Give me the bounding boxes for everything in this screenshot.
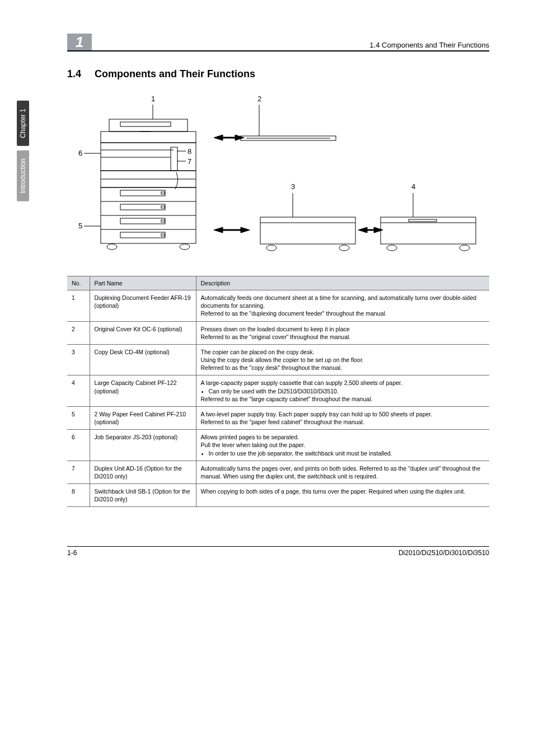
- svg-rect-19: [161, 192, 165, 194]
- svg-point-30: [107, 244, 117, 250]
- cell-no: 7: [67, 461, 90, 483]
- footer-page-number: 1-6: [67, 549, 77, 557]
- svg-marker-46: [214, 227, 223, 233]
- svg-point-37: [339, 245, 349, 251]
- svg-rect-12: [101, 143, 196, 171]
- cell-part: Original Cover Kit OC-6 (optional): [90, 321, 196, 344]
- svg-rect-9: [120, 122, 171, 126]
- cell-desc-bullet: Can only be used with the Di2510/Di3010/…: [209, 387, 485, 395]
- cell-desc: A two-level paper supply tray. Each pape…: [196, 406, 489, 429]
- cell-no: 4: [67, 375, 90, 407]
- diagram-callout-4: 4: [411, 182, 415, 191]
- section-number: 1.4: [67, 68, 81, 80]
- cell-no: 2: [67, 321, 90, 344]
- svg-marker-49: [358, 227, 367, 233]
- svg-rect-18: [120, 190, 165, 196]
- diagram-callout-8: 8: [188, 147, 191, 156]
- svg-rect-23: [161, 206, 165, 208]
- table-header-no: No.: [67, 276, 90, 290]
- cell-part: Copy Desk CD-4M (optional): [90, 344, 196, 375]
- svg-rect-40: [409, 219, 437, 222]
- diagram-callout-6: 6: [78, 149, 82, 157]
- cell-no: 5: [67, 406, 90, 429]
- diagram-callout-1: 1: [151, 95, 155, 103]
- table-row: 6 Job Separator JS-203 (optional) Allows…: [67, 430, 489, 461]
- cell-desc: When copying to both sides of a page, th…: [196, 484, 489, 507]
- svg-marker-43: [214, 135, 223, 140]
- cell-desc-pre: A large-capacity paper supply cassette t…: [201, 379, 402, 386]
- cell-desc-post: Referred to as the "large capacity cabin…: [201, 396, 373, 402]
- cell-part: Duplexing Document Feeder AFR-19 (option…: [90, 290, 196, 322]
- cell-part: Switchback Unit SB-1 (Option for the Di2…: [90, 484, 196, 507]
- svg-rect-25: [120, 218, 165, 224]
- cell-desc: Allows printed pages to be separated.Pul…: [196, 430, 489, 461]
- table-header-part: Part Name: [90, 276, 196, 290]
- cell-part: 2 Way Paper Feed Cabinet PF-210 (optiona…: [90, 406, 196, 429]
- cell-desc: The copier can be placed on the copy des…: [196, 344, 489, 375]
- svg-rect-11: [101, 132, 196, 143]
- table-row: 5 2 Way Paper Feed Cabinet PF-210 (optio…: [67, 406, 489, 429]
- cell-desc: Automatically turns the pages over, and …: [196, 461, 489, 483]
- page-footer: 1-6 Di2010/Di2510/Di3010/Di3510: [67, 546, 489, 557]
- sidebar-tabs: Chapter 1 Introduction: [17, 101, 29, 201]
- cell-no: 8: [67, 484, 90, 507]
- svg-rect-28: [120, 232, 165, 238]
- table-header-desc: Description: [196, 276, 489, 290]
- svg-rect-15: [171, 147, 177, 171]
- running-header-title: 1.4 Components and Their Functions: [369, 41, 489, 49]
- diagram-svg: 1 2 3 4 5 6 7 8: [67, 91, 493, 265]
- section-title: Components and Their Functions: [95, 68, 255, 80]
- diagram-callout-5: 5: [78, 222, 82, 230]
- sidebar-tab-chapter: Chapter 1: [17, 101, 29, 146]
- cell-no: 6: [67, 430, 90, 461]
- svg-rect-29: [161, 234, 165, 236]
- svg-rect-8: [109, 119, 188, 132]
- table-row: 4 Large Capacity Cabinet PF-122 (optiona…: [67, 375, 489, 407]
- svg-point-41: [387, 245, 397, 251]
- cell-desc: Presses down on the loaded document to k…: [196, 321, 489, 344]
- diagram-callout-2: 2: [257, 95, 261, 103]
- svg-rect-34: [260, 217, 355, 244]
- svg-point-36: [266, 245, 277, 251]
- cell-desc: Automatically feeds one document sheet a…: [196, 290, 489, 322]
- cell-desc-bullet: In order to use the job separator, the s…: [209, 449, 485, 457]
- components-table: No. Part Name Description 1 Duplexing Do…: [67, 276, 489, 507]
- cell-desc-pre: Allows printed pages to be separated.Pul…: [201, 434, 306, 448]
- cell-no: 1: [67, 290, 90, 322]
- cell-desc: A large-capacity paper supply cassette t…: [196, 375, 489, 407]
- svg-point-31: [180, 244, 190, 250]
- footer-models: Di2010/Di2510/Di3010/Di3510: [399, 549, 489, 557]
- cell-part: Large Capacity Cabinet PF-122 (optional): [90, 375, 196, 407]
- table-row: 1 Duplexing Document Feeder AFR-19 (opti…: [67, 290, 489, 322]
- svg-rect-38: [381, 217, 476, 244]
- components-diagram: 1 2 3 4 5 6 7 8: [67, 91, 489, 265]
- svg-point-42: [460, 245, 470, 251]
- chapter-number-badge: 1: [67, 34, 92, 50]
- svg-marker-48: [241, 227, 250, 233]
- svg-rect-22: [120, 204, 165, 210]
- diagram-callout-7: 7: [188, 157, 191, 166]
- page-header: 1 1.4 Components and Their Functions: [67, 34, 489, 51]
- cell-part: Duplex Unit AD-16 (Option for the Di2010…: [90, 461, 196, 483]
- svg-marker-51: [374, 227, 383, 233]
- cell-no: 3: [67, 344, 90, 375]
- table-row: 3 Copy Desk CD-4M (optional) The copier …: [67, 344, 489, 375]
- sidebar-tab-section: Introduction: [17, 151, 29, 201]
- cell-part: Job Separator JS-203 (optional): [90, 430, 196, 461]
- table-row: 2 Original Cover Kit OC-6 (optional) Pre…: [67, 321, 489, 344]
- section-heading: 1.4 Components and Their Functions: [67, 68, 489, 80]
- table-row: 8 Switchback Unit SB-1 (Option for the D…: [67, 484, 489, 507]
- table-row: 7 Duplex Unit AD-16 (Option for the Di20…: [67, 461, 489, 483]
- diagram-callout-3: 3: [291, 182, 295, 191]
- svg-rect-26: [161, 220, 165, 222]
